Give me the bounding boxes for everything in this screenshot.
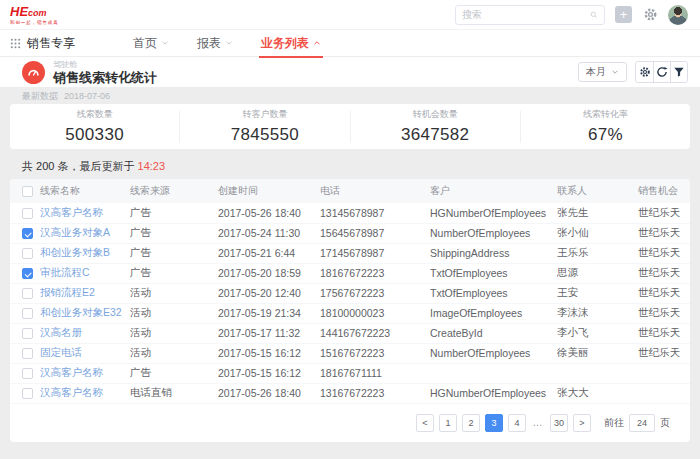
row-checkbox[interactable] [22, 208, 33, 219]
stats-summary-card: 线索数量 500330 转客户数量 7845550 转机会数量 3647582 … [10, 104, 690, 149]
period-select[interactable]: 本月 [578, 62, 627, 82]
row-checkbox[interactable] [22, 308, 33, 319]
page-number-button[interactable]: 3 [485, 414, 503, 432]
chevron-down-icon [225, 39, 233, 47]
lead-name-link[interactable]: 汉高名册 [40, 326, 82, 338]
gauge-icon [22, 61, 45, 84]
lead-source: 活动 [130, 306, 151, 318]
settings-gear-icon[interactable] [642, 7, 658, 23]
page-number-button[interactable]: 30 [550, 414, 568, 432]
refresh-icon [656, 66, 668, 78]
table-summary: 共 200 条，最后更新于 14:23 [10, 149, 690, 179]
user-avatar[interactable] [668, 5, 688, 25]
lead-source: 广告 [130, 246, 151, 258]
row-checkbox[interactable] [22, 388, 33, 399]
lead-name-link[interactable]: 汉高业务对象A [40, 226, 110, 238]
page-number-button[interactable]: 4 [508, 414, 526, 432]
table-row: 汉高客户名称广告2017-05-26 18:4013145678987HGNum… [10, 203, 690, 223]
customer-name: NumberOfEmployees [430, 347, 530, 359]
goto-page-input[interactable] [629, 414, 655, 432]
page-number-button[interactable]: 2 [462, 414, 480, 432]
nav-item-reports[interactable]: 报表 [197, 30, 233, 57]
page-category: 驾驶舱 [53, 61, 157, 69]
phone-number: 144167672223 [320, 327, 390, 339]
refresh-button[interactable] [653, 62, 670, 82]
search-icon[interactable] [590, 11, 598, 19]
global-search[interactable] [455, 5, 605, 25]
column-header-lead-name: 线索名称 [40, 179, 130, 203]
logo[interactable]: HEcom 和创一起，销售成真 [10, 5, 64, 25]
row-checkbox[interactable] [22, 288, 33, 299]
pagination: <1234…30>前往页 [10, 404, 690, 442]
nav-item-home[interactable]: 首页 [133, 30, 169, 57]
nav-item-business-list[interactable]: 业务列表 [261, 30, 321, 57]
lead-source: 广告 [130, 206, 151, 218]
table-row: 汉高客户名称电话直销2017-05-26 18:4013167672223HGN… [10, 383, 690, 403]
row-checkbox[interactable] [22, 228, 33, 239]
column-header-opportunity: 销售机会 [638, 179, 690, 203]
select-all-checkbox[interactable] [22, 186, 33, 197]
column-header-phone: 电话 [320, 179, 430, 203]
lead-name-link[interactable]: 报销流程E2 [40, 286, 95, 298]
row-checkbox[interactable] [22, 368, 33, 379]
table-row: 和创业务对象B广告2017-05-21 6:4417145678987Shipp… [10, 243, 690, 263]
created-time: 2017-05-24 11:30 [218, 227, 300, 239]
settings-button[interactable] [636, 62, 653, 82]
leads-table-body: 汉高客户名称广告2017-05-26 18:4013145678987HGNum… [10, 203, 690, 403]
page-number-button[interactable]: 1 [439, 414, 457, 432]
workspace-switcher[interactable]: 销售专享 [10, 35, 75, 52]
phone-number: 13145678987 [320, 207, 384, 219]
page-title-block: 驾驶舱 销售线索转化统计 [22, 61, 157, 84]
customer-name: HGNumberOfEmployees [430, 207, 546, 219]
lead-name-link[interactable]: 和创业务对象B [40, 246, 110, 258]
column-header-created: 创建时间 [218, 179, 320, 203]
contact-name: 王乐乐 [557, 246, 589, 258]
phone-number: 18100000023 [320, 307, 384, 319]
row-checkbox[interactable] [22, 268, 33, 279]
lead-source: 广告 [130, 366, 151, 378]
opportunity-name: 世纪乐天 [638, 206, 680, 218]
customer-name: HGNumberOfEmployees [430, 387, 546, 399]
page-ellipsis: … [531, 417, 545, 428]
chevron-down-icon [611, 68, 619, 76]
prev-page-button[interactable]: < [416, 414, 434, 432]
row-checkbox[interactable] [22, 248, 33, 259]
customer-name: CreateById [430, 327, 483, 339]
updated-time: 14:23 [138, 160, 166, 172]
lead-name-link[interactable]: 审批流程C [40, 266, 90, 278]
created-time: 2017-05-26 18:40 [218, 387, 301, 399]
lead-name-link[interactable]: 和创业务对象E32 [40, 306, 122, 318]
row-checkbox[interactable] [22, 328, 33, 339]
filter-button[interactable] [670, 62, 687, 82]
phone-number: 13167672223 [320, 387, 384, 399]
lead-name-link[interactable]: 汉高客户名称 [40, 386, 103, 398]
title-toolbar: 本月 [578, 61, 688, 83]
leads-table-card: 线索名称 线索来源 创建时间 电话 客户 联系人 销售机会 汉高客户名称广告20… [10, 179, 690, 442]
stat-leads-count: 线索数量 500330 [10, 111, 179, 143]
stat-converted-customers: 转客户数量 7845550 [179, 111, 349, 143]
lead-name-link[interactable]: 固定电话 [40, 346, 82, 358]
table-row: 报销流程E2活动2017-05-20 12:4017567672223TxtOf… [10, 283, 690, 303]
toolbar-button-group [635, 61, 688, 83]
phone-number: 17145678987 [320, 247, 384, 259]
created-time: 2017-05-17 11:32 [218, 327, 300, 339]
lead-name-link[interactable]: 汉高客户名称 [40, 366, 103, 378]
main-nav: 销售专享 首页 报表 业务列表 [0, 30, 700, 57]
leads-table: 线索名称 线索来源 创建时间 电话 客户 联系人 销售机会 汉高客户名称广告20… [10, 179, 690, 404]
gear-icon [639, 66, 651, 78]
row-checkbox[interactable] [22, 348, 33, 359]
contact-name: 张先生 [557, 206, 589, 218]
lead-name-link[interactable]: 汉高客户名称 [40, 206, 103, 218]
opportunity-name: 世纪乐天 [638, 326, 680, 338]
topbar-actions: + [455, 5, 688, 25]
search-input[interactable] [462, 9, 590, 20]
opportunity-name: 世纪乐天 [638, 306, 680, 318]
created-time: 2017-05-15 16:12 [218, 347, 301, 359]
add-new-button[interactable]: + [615, 6, 632, 23]
column-header-contact: 联系人 [557, 179, 638, 203]
opportunity-name: 世纪乐天 [638, 226, 680, 238]
lead-source: 活动 [130, 326, 151, 338]
table-row: 和创业务对象E32活动2017-05-19 21:3418100000023Im… [10, 303, 690, 323]
next-page-button[interactable]: > [573, 414, 591, 432]
lead-source: 电话直销 [130, 386, 172, 398]
